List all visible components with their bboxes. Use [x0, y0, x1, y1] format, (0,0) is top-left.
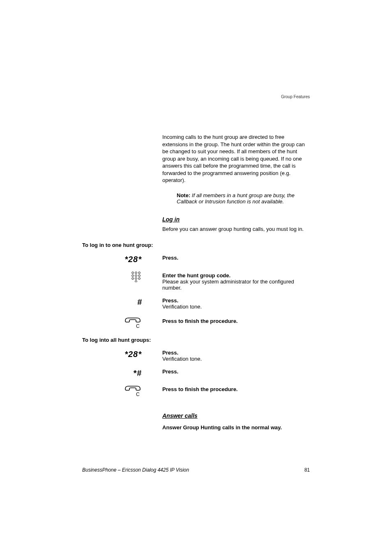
seq3-row: *# Press. — [82, 368, 310, 378]
seq2-left: *28* — [82, 350, 162, 359]
svg-point-5 — [138, 275, 141, 277]
svg-point-8 — [138, 278, 141, 280]
svg-point-4 — [135, 275, 137, 277]
svg-point-0 — [132, 272, 134, 274]
press-text-3: Press. — [162, 350, 310, 356]
answer-section: Answer calls Answer Group Hunting calls … — [162, 412, 310, 431]
svg-point-9 — [135, 281, 137, 282]
clear-row-1: C Press to finish the procedure. — [82, 316, 310, 330]
press-text-2: Press. — [162, 297, 310, 304]
verification-text-1: Verification tone. — [162, 304, 310, 310]
key-sequence-starhash: *# — [133, 368, 142, 378]
seq3-right: Press. — [162, 368, 310, 375]
seq2-right: Press. Verification tone. — [162, 350, 310, 362]
press-finish-2: Press to finish the procedure. — [162, 386, 310, 392]
clear-right-1: Press to finish the procedure. — [162, 316, 310, 324]
keypad-right: Enter the hunt group code. Please ask yo… — [162, 271, 310, 291]
login-heading: Log in — [162, 216, 310, 223]
hash-row: # Press. Verification tone. — [82, 297, 310, 310]
clear-left-1: C — [82, 316, 162, 330]
seq1-right: Press. — [162, 255, 310, 261]
answer-heading: Answer calls — [162, 412, 310, 419]
enter-code-sub: Please ask your system administrator for… — [162, 279, 310, 291]
intro-block: Incoming calls to the hunt group are dir… — [162, 134, 310, 205]
svg-point-7 — [135, 278, 137, 280]
note-block: Note: If all members in a hunt group are… — [177, 192, 310, 205]
press-text-4: Press. — [162, 368, 310, 375]
svg-text:C: C — [136, 391, 140, 397]
page-footer: BusinessPhone – Ericsson Dialog 4425 IP … — [82, 467, 310, 473]
keypad-icon — [130, 271, 142, 282]
seq3-left: *# — [82, 368, 162, 378]
clear-row-2: C Press to finish the procedure. — [82, 385, 310, 398]
press-text-1: Press. — [162, 255, 178, 261]
answer-line: Answer Group Hunting calls in the normal… — [162, 424, 310, 431]
footer-page-number: 81 — [304, 467, 310, 473]
clear-right-2: Press to finish the procedure. — [162, 385, 310, 392]
main-content: Incoming calls to the hunt group are dir… — [82, 134, 310, 431]
one-group-label-row: To log in to one hunt group: — [82, 242, 310, 248]
one-group-label: To log in to one hunt group: — [82, 242, 162, 248]
intro-paragraph: Incoming calls to the hunt group are dir… — [162, 134, 310, 184]
footer-title: BusinessPhone – Ericsson Dialog 4425 IP … — [82, 467, 189, 473]
press-finish-1: Press to finish the procedure. — [162, 318, 310, 324]
svg-point-3 — [132, 275, 134, 277]
all-groups-label-row: To log into all hunt groups: — [82, 337, 310, 343]
all-groups-label: To log into all hunt groups: — [82, 337, 162, 343]
section-header: Group Features — [281, 94, 310, 99]
svg-text:C: C — [136, 323, 140, 329]
key-sequence-star28star: *28* — [125, 255, 142, 264]
clear-left-2: C — [82, 385, 162, 398]
hash-right: Press. Verification tone. — [162, 297, 310, 310]
seq1-left: *28* — [82, 255, 162, 264]
svg-point-2 — [138, 272, 141, 274]
key-sequence-star28star-2: *28* — [125, 350, 142, 359]
note-label: Note: — [177, 192, 190, 198]
seq1-row: *28* Press. — [82, 255, 310, 264]
svg-point-6 — [132, 278, 134, 280]
page-container: Group Features Incoming calls to the hun… — [0, 0, 392, 555]
clear-handset-icon-2: C — [124, 385, 142, 397]
hash-left: # — [82, 297, 162, 307]
clear-handset-icon: C — [124, 316, 142, 329]
enter-code-bold: Enter the hunt group code. — [162, 272, 310, 279]
login-intro: Before you can answer group hunting call… — [162, 226, 310, 232]
note-text: If all members in a hunt group are busy,… — [177, 192, 295, 205]
keypad-row: Enter the hunt group code. Please ask yo… — [82, 271, 310, 291]
login-section: Log in Before you can answer group hunti… — [162, 216, 310, 232]
svg-point-1 — [135, 272, 137, 274]
hash-key: # — [137, 297, 142, 306]
keypad-left — [82, 271, 162, 284]
seq2-row: *28* Press. Verification tone. — [82, 350, 310, 362]
verification-text-2: Verification tone. — [162, 356, 310, 362]
